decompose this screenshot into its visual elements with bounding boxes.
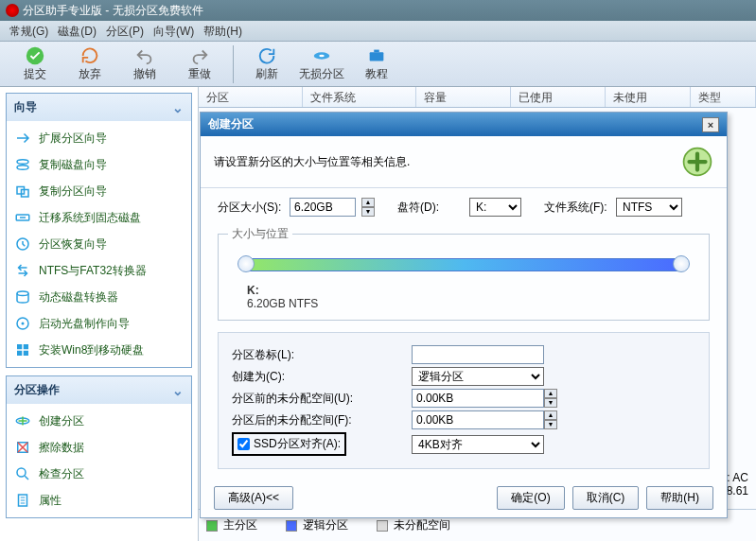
add-partition-icon	[681, 146, 713, 178]
chevron-down-icon: ⌄	[172, 383, 184, 398]
svg-point-6	[17, 166, 28, 170]
col-partition[interactable]: 分区	[199, 87, 303, 107]
ops-panel: 分区操作⌄ 创建分区 擦除数据 检查分区 属性	[6, 375, 192, 518]
menu-help[interactable]: 帮助(H)	[200, 24, 246, 38]
dialog-info-text: 请设置新分区的大小与位置等相关信息.	[214, 154, 410, 170]
groupbox-label: 大小与位置	[228, 226, 292, 242]
before-down[interactable]: ▼	[544, 398, 557, 408]
wizard-copy-part[interactable]: 复制分区向导	[9, 178, 189, 204]
drive-label: 盘符(D):	[397, 200, 464, 216]
vol-input[interactable]	[412, 345, 544, 364]
wizard-bootcd[interactable]: 启动光盘制作向导	[9, 310, 189, 337]
createas-select[interactable]: 逻辑分区	[412, 367, 544, 386]
help-button[interactable]: 帮助(H)	[646, 486, 713, 510]
k-size: 6.20GB NTFS	[247, 297, 699, 310]
svg-point-11	[17, 291, 28, 296]
svg-rect-4	[374, 50, 379, 53]
col-fs[interactable]: 文件系统	[303, 87, 416, 107]
fs-label: 文件系统(F):	[544, 200, 610, 216]
svg-rect-14	[17, 344, 22, 349]
menubar: 常规(G) 磁盘(D) 分区(P) 向导(W) 帮助(H)	[0, 21, 756, 42]
svg-point-13	[22, 323, 25, 325]
toolbar: 提交 放弃 撤销 重做 刷新 无损分区 教程	[0, 42, 756, 87]
menu-general[interactable]: 常规(G)	[6, 24, 52, 38]
ssd-checkbox[interactable]	[237, 438, 250, 450]
svg-point-5	[17, 160, 28, 165]
before-up[interactable]: ▲	[544, 389, 557, 398]
advanced-button[interactable]: 高级(A)<<	[214, 486, 293, 510]
after-input[interactable]	[412, 410, 544, 429]
size-input[interactable]	[290, 198, 356, 217]
col-capacity[interactable]: 容量	[416, 87, 511, 107]
svg-point-20	[17, 468, 26, 477]
create-partition-dialog: 创建分区 × 请设置新分区的大小与位置等相关信息. 分区大小(S): ▲▼ 盘符…	[200, 112, 728, 518]
tool-refresh[interactable]: 刷新	[239, 45, 294, 82]
tool-redo[interactable]: 重做	[172, 45, 227, 82]
chevron-down-icon: ⌄	[172, 100, 184, 115]
op-wipe[interactable]: 擦除数据	[9, 434, 189, 461]
tool-submit[interactable]: 提交	[8, 45, 62, 82]
tool-discard[interactable]: 放弃	[62, 45, 117, 82]
tool-lossless[interactable]: 无损分区	[294, 45, 349, 82]
size-slider[interactable]	[237, 255, 690, 274]
wizard-migrate-ssd[interactable]: 迁移系统到固态磁盘	[9, 204, 189, 231]
menu-disk[interactable]: 磁盘(D)	[54, 24, 100, 38]
wizard-win8[interactable]: 安装Win8到移动硬盘	[9, 337, 189, 363]
legend-logical-swatch	[286, 520, 297, 532]
size-label: 分区大小(S):	[218, 200, 284, 216]
k-drive: K:	[247, 284, 699, 297]
menu-partition[interactable]: 分区(P)	[102, 24, 148, 38]
slider-handle-left[interactable]	[237, 255, 255, 272]
dialog-titlebar[interactable]: 创建分区 ×	[201, 113, 727, 136]
ssd-select[interactable]: 4KB对齐	[412, 435, 544, 454]
col-type[interactable]: 类型	[691, 87, 756, 107]
createas-label: 创建为(C):	[232, 369, 412, 385]
wizard-panel: 向导⌄ 扩展分区向导 复制磁盘向导 复制分区向导 迁移系统到固态磁盘 分区恢复向…	[6, 93, 192, 368]
svg-rect-3	[370, 52, 384, 61]
drive-select[interactable]: K:	[469, 198, 521, 217]
legend-logical: 逻辑分区	[303, 517, 348, 533]
vol-label: 分区卷标(L):	[232, 347, 412, 363]
cancel-button[interactable]: 取消(C)	[572, 486, 640, 510]
svg-rect-15	[24, 344, 28, 349]
before-label: 分区前的未分配空间(U):	[232, 391, 412, 407]
wizard-copy-disk[interactable]: 复制磁盘向导	[9, 151, 189, 178]
col-used[interactable]: 已使用	[511, 87, 606, 107]
close-button[interactable]: ×	[702, 117, 719, 132]
ops-panel-header[interactable]: 分区操作⌄	[7, 376, 191, 404]
tool-undo[interactable]: 撤销	[117, 45, 172, 82]
after-down[interactable]: ▼	[544, 420, 557, 429]
size-pos-group: 大小与位置 K: 6.20GB NTFS	[218, 226, 710, 321]
fs-select[interactable]: NTFS	[616, 198, 682, 217]
app-title: 分区助手专业版 - 无损分区免费软件	[23, 3, 203, 19]
tool-tutorial[interactable]: 教程	[349, 45, 404, 82]
wizard-ntfs-fat32[interactable]: NTFS与FAT32转换器	[9, 257, 189, 284]
op-check[interactable]: 检查分区	[9, 461, 189, 487]
legend-unalloc: 未分配空间	[394, 517, 450, 533]
slider-handle-right[interactable]	[673, 255, 690, 272]
legend-primary: 主分区	[223, 517, 257, 533]
wizard-panel-header[interactable]: 向导⌄	[7, 94, 191, 121]
column-headers: 分区 文件系统 容量 已使用 未使用 类型	[199, 87, 756, 108]
op-create[interactable]: 创建分区	[9, 408, 189, 434]
size-up[interactable]: ▲	[361, 198, 375, 207]
legend-primary-swatch	[206, 520, 218, 532]
sidebar: 向导⌄ 扩展分区向导 复制磁盘向导 复制分区向导 迁移系统到固态磁盘 分区恢复向…	[0, 87, 199, 541]
wizard-recover[interactable]: 分区恢复向导	[9, 231, 189, 257]
after-up[interactable]: ▲	[544, 410, 557, 420]
titlebar: 分区助手专业版 - 无损分区免费软件	[0, 0, 756, 21]
after-label: 分区后的未分配空间(F):	[232, 412, 412, 428]
menu-wizard[interactable]: 向导(W)	[149, 24, 198, 38]
ok-button[interactable]: 确定(O)	[497, 486, 564, 510]
size-down[interactable]: ▼	[361, 207, 375, 217]
ssd-highlight: SSD分区对齐(A):	[232, 432, 346, 456]
svg-rect-17	[24, 351, 28, 356]
svg-point-2	[319, 55, 325, 57]
col-unused[interactable]: 未使用	[606, 87, 691, 107]
svg-rect-16	[17, 351, 22, 356]
advanced-form: 分区卷标(L): 创建为(C):逻辑分区 分区前的未分配空间(U):▲▼ 分区后…	[218, 332, 710, 469]
op-props[interactable]: 属性	[9, 487, 189, 514]
wizard-extend[interactable]: 扩展分区向导	[9, 125, 189, 151]
wizard-dynamic[interactable]: 动态磁盘转换器	[9, 284, 189, 310]
before-input[interactable]	[412, 389, 544, 408]
